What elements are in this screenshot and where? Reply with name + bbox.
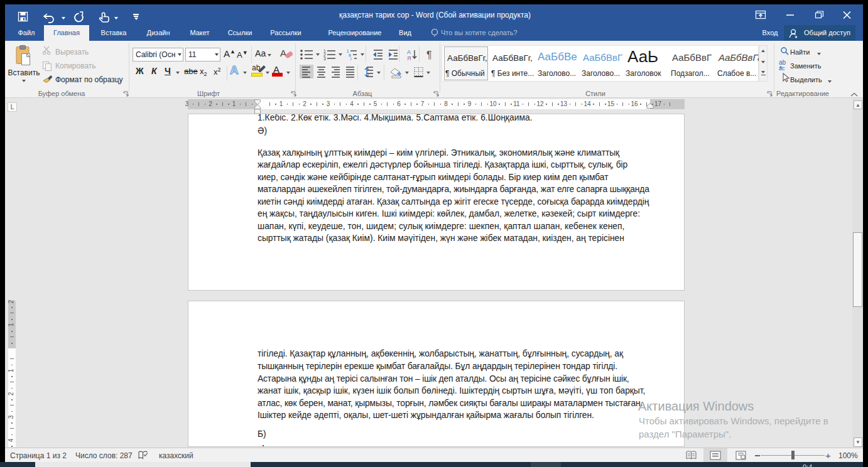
svg-text:3: 3 <box>323 56 326 61</box>
svg-text:А: А <box>407 49 411 55</box>
svg-text:ac: ac <box>779 65 785 72</box>
svg-text:¶: ¶ <box>426 50 432 60</box>
svg-text:i: i <box>350 56 351 61</box>
svg-text:А: А <box>280 48 286 58</box>
svg-text:Я: Я <box>407 55 411 61</box>
